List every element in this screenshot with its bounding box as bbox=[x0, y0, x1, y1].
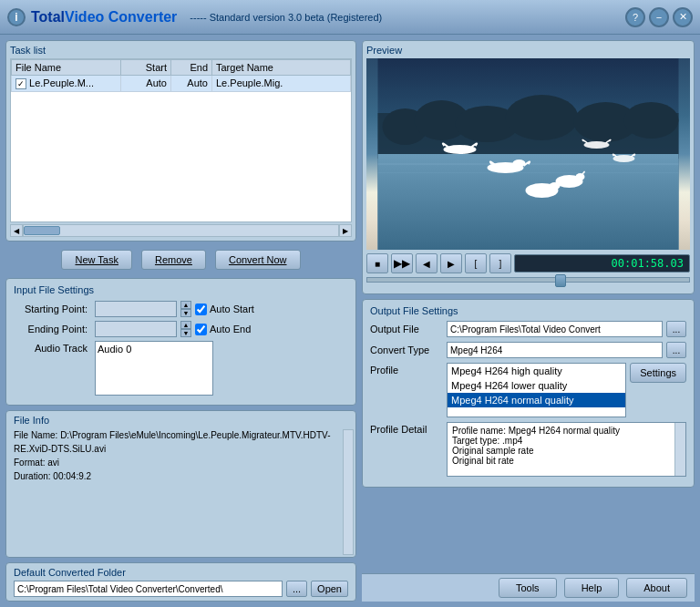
bracket-open-btn[interactable]: [ bbox=[465, 253, 487, 273]
output-file-input[interactable] bbox=[447, 321, 663, 337]
auto-start-checkbox[interactable] bbox=[195, 304, 207, 315]
progress-track[interactable] bbox=[366, 277, 690, 283]
profile-item-high[interactable]: Mpeg4 H264 high quality bbox=[448, 364, 625, 378]
col-target: Target Name bbox=[212, 60, 351, 76]
preview-svg bbox=[366, 58, 690, 250]
next-btn[interactable]: ▶ bbox=[440, 253, 462, 273]
audio-track-label: Audio Track bbox=[14, 341, 91, 354]
tools-button[interactable]: Tools bbox=[499, 578, 557, 598]
convert-now-button[interactable]: Convert Now bbox=[215, 250, 301, 270]
profile-detail-scrollbar[interactable] bbox=[674, 423, 685, 476]
convert-type-label: Convert Type bbox=[370, 345, 443, 355]
format-label: Format: bbox=[14, 458, 45, 468]
help-icon-btn[interactable]: ? bbox=[625, 7, 645, 27]
svg-point-7 bbox=[624, 102, 679, 139]
main-content: Task list File Name Start End Target Nam… bbox=[0, 35, 700, 607]
file-name-row: File Name: D:\Program Files\eMule\Incomi… bbox=[14, 428, 348, 456]
profile-name-row: Profile name: Mpeg4 H264 normal quality bbox=[452, 426, 681, 436]
file-info-scrollbar[interactable] bbox=[343, 429, 354, 555]
default-folder-title: Default Converted Folder bbox=[14, 567, 348, 578]
task-end: Auto bbox=[171, 76, 212, 92]
target-type-row: Target type: .mp4 bbox=[452, 436, 681, 446]
minimize-btn[interactable]: − bbox=[649, 7, 669, 27]
close-btn[interactable]: ✕ bbox=[673, 7, 693, 27]
stop-btn[interactable]: ■ bbox=[366, 253, 388, 273]
ending-point-label: Ending Point: bbox=[14, 324, 91, 334]
auto-end-checkbox[interactable] bbox=[195, 324, 207, 335]
task-file-name: Le.Peuple.M... bbox=[29, 77, 94, 88]
convert-type-browse-btn[interactable]: ... bbox=[666, 342, 686, 358]
task-list-label: Task list bbox=[10, 45, 352, 56]
profile-detail-label: Profile Detail bbox=[370, 422, 443, 435]
format-value: avi bbox=[47, 458, 59, 468]
progress-thumb bbox=[555, 274, 566, 287]
task-list-section: Task list File Name Start End Target Nam… bbox=[5, 40, 356, 242]
audio-track-listbox[interactable]: Audio 0 bbox=[95, 341, 213, 396]
bracket-close-btn[interactable]: ] bbox=[489, 253, 511, 273]
remove-button[interactable]: Remove bbox=[141, 250, 206, 270]
ending-point-spinner[interactable]: ▲ ▼ bbox=[180, 321, 191, 337]
file-info-content: File Name: D:\Program Files\eMule\Incomi… bbox=[14, 428, 348, 483]
default-folder-open-btn[interactable]: Open bbox=[311, 581, 348, 597]
settings-button[interactable]: Settings bbox=[630, 363, 686, 383]
format-row: Format: avi bbox=[14, 456, 348, 469]
new-task-button[interactable]: New Task bbox=[61, 250, 131, 270]
profile-name-label: Profile name: bbox=[452, 426, 506, 436]
help-button[interactable]: Help bbox=[564, 578, 620, 598]
ending-point-input[interactable] bbox=[95, 321, 177, 337]
starting-point-spinner[interactable]: ▲ ▼ bbox=[180, 301, 191, 317]
file-info-title: File Info bbox=[14, 415, 348, 426]
profile-name-value: Mpeg4 H264 normal quality bbox=[509, 426, 620, 436]
original-bit-rate-label: Original bit rate bbox=[452, 456, 514, 466]
task-table: File Name Start End Target Name ✓ Le.Peu… bbox=[11, 59, 351, 92]
scroll-right-arrow[interactable]: ▶ bbox=[339, 224, 352, 237]
spin-down[interactable]: ▼ bbox=[180, 309, 191, 317]
starting-point-input[interactable] bbox=[95, 301, 177, 317]
target-type-label: Target type: bbox=[452, 436, 499, 446]
profile-item-normal[interactable]: Mpeg4 H264 normal quality bbox=[448, 393, 625, 407]
prev-btn[interactable]: ◀ bbox=[416, 253, 438, 273]
progress-row[interactable] bbox=[366, 277, 690, 290]
auto-end-checkbox-label: Auto End bbox=[195, 324, 251, 335]
duration-value: 00:04:9.2 bbox=[53, 471, 91, 481]
convert-type-row: Convert Type ... bbox=[370, 342, 686, 358]
task-target: Le.Peuple.Mig. bbox=[212, 76, 351, 92]
ending-point-row: Ending Point: ▲ ▼ Auto End bbox=[14, 321, 348, 337]
time-display: 00:01:58.03 bbox=[514, 254, 690, 273]
starting-point-label: Starting Point: bbox=[14, 304, 91, 314]
output-settings-title: Output File Settings bbox=[370, 305, 686, 316]
preview-image bbox=[366, 58, 690, 250]
default-folder-input[interactable] bbox=[14, 581, 283, 597]
task-start: Auto bbox=[121, 76, 171, 92]
target-type-value: .mp4 bbox=[502, 436, 522, 446]
scroll-track[interactable] bbox=[23, 224, 339, 237]
convert-type-input[interactable] bbox=[447, 342, 663, 358]
spin-up[interactable]: ▲ bbox=[180, 301, 191, 309]
output-file-settings: Output File Settings Output File ... Con… bbox=[362, 299, 695, 488]
input-file-settings: Input File Settings Starting Point: ▲ ▼ … bbox=[5, 278, 356, 406]
about-button[interactable]: About bbox=[626, 578, 687, 598]
original-sample-rate-label: Original sample rate bbox=[452, 446, 533, 456]
task-horizontal-scrollbar[interactable]: ◀ ▶ bbox=[10, 224, 352, 237]
task-scroll-area[interactable]: File Name Start End Target Name ✓ Le.Peu… bbox=[10, 58, 352, 222]
play-btn[interactable]: ▶▶ bbox=[391, 253, 413, 273]
file-info-section: File Info File Name: D:\Program Files\eM… bbox=[5, 410, 356, 558]
table-row[interactable]: ✓ Le.Peuple.M... Auto Auto Le.Peuple.Mig… bbox=[12, 76, 351, 92]
col-start: Start bbox=[121, 60, 171, 76]
task-checkbox[interactable]: ✓ bbox=[15, 78, 26, 89]
title-bar: i TotalVideo Converter ----- Standard ve… bbox=[0, 0, 700, 35]
svg-rect-10 bbox=[378, 172, 679, 173]
default-folder-browse-btn[interactable]: ... bbox=[286, 581, 307, 597]
info-icon[interactable]: i bbox=[7, 8, 26, 26]
title-bar-left: i TotalVideo Converter ----- Standard ve… bbox=[7, 8, 382, 26]
output-file-label: Output File bbox=[370, 324, 443, 334]
spin-up2[interactable]: ▲ bbox=[180, 321, 191, 329]
profile-item-lower[interactable]: Mpeg4 H264 lower quality bbox=[448, 378, 625, 393]
scroll-left-arrow[interactable]: ◀ bbox=[10, 224, 23, 237]
duration-label: Duration: bbox=[14, 471, 51, 481]
output-file-browse-btn[interactable]: ... bbox=[666, 321, 686, 337]
spin-down2[interactable]: ▼ bbox=[180, 329, 191, 337]
preview-controls: ■ ▶▶ ◀ ▶ [ ] 00:01:58.03 bbox=[366, 253, 690, 273]
profile-detail-row: Profile Detail Profile name: Mpeg4 H264 … bbox=[370, 422, 686, 477]
profile-listbox[interactable]: Mpeg4 H264 high quality Mpeg4 H264 lower… bbox=[447, 363, 626, 417]
